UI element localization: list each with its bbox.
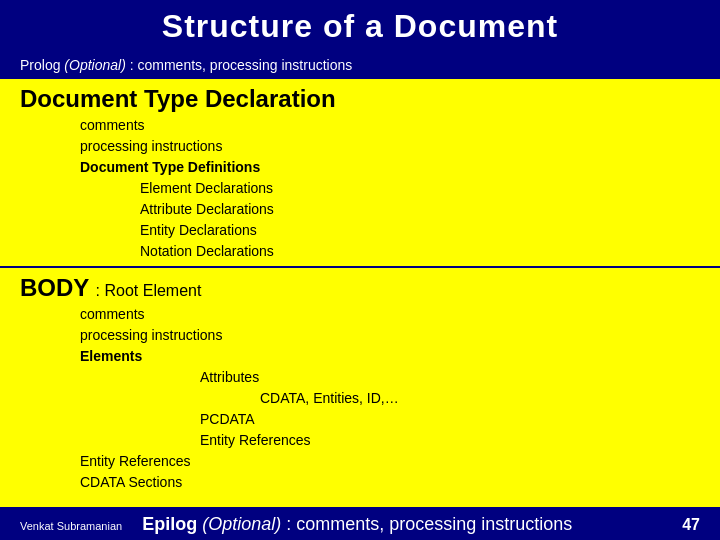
prolog-suffix: : comments, processing instructions bbox=[130, 57, 353, 73]
prolog-label: Prolog bbox=[20, 57, 60, 73]
dtd-processing: processing instructions bbox=[80, 136, 700, 157]
body-entity-refs-inner: Entity References bbox=[200, 430, 700, 451]
epilog-label: Epilog bbox=[142, 514, 197, 534]
body-label: BODY bbox=[20, 274, 89, 301]
doctype-label: Document Type Declaration bbox=[20, 85, 336, 112]
attribute-declarations: Attribute Declarations bbox=[140, 199, 700, 220]
body-pcdata: PCDATA bbox=[200, 409, 700, 430]
body-processing: processing instructions bbox=[80, 325, 700, 346]
slide: Structure of a Document Prolog (Optional… bbox=[0, 0, 720, 540]
dtd-comments: comments bbox=[80, 115, 700, 136]
body-cdata-entities: CDATA, Entities, ID,… bbox=[260, 388, 700, 409]
body-entity-refs: Entity References bbox=[80, 451, 700, 472]
slide-title: Structure of a Document bbox=[0, 0, 720, 53]
epilog-suffix: : comments, processing instructions bbox=[286, 514, 572, 534]
prolog-row: Prolog (Optional) : comments, processing… bbox=[0, 53, 720, 79]
epilog-left: Venkat Subramanian Epilog (Optional) : c… bbox=[20, 514, 572, 535]
slide-content: Prolog (Optional) : comments, processing… bbox=[0, 53, 720, 540]
doctype-section: Document Type Declaration comments proce… bbox=[0, 79, 720, 268]
body-elements: Elements bbox=[80, 346, 700, 367]
entity-declarations: Entity Declarations bbox=[140, 220, 700, 241]
body-comments: comments bbox=[80, 304, 700, 325]
body-suffix: : Root Element bbox=[96, 282, 202, 299]
body-title: BODY : Root Element bbox=[20, 274, 700, 302]
footer-author: Venkat Subramanian bbox=[20, 520, 122, 532]
element-declarations: Element Declarations bbox=[140, 178, 700, 199]
dtd-definitions: Document Type Definitions bbox=[80, 157, 700, 178]
body-cdata-sections: CDATA Sections bbox=[80, 472, 700, 493]
epilog-row: Venkat Subramanian Epilog (Optional) : c… bbox=[0, 509, 720, 540]
notation-declarations: Notation Declarations bbox=[140, 241, 700, 262]
title-text: Structure of a Document bbox=[162, 8, 558, 44]
body-attributes: Attributes bbox=[200, 367, 700, 388]
page-number: 47 bbox=[682, 516, 700, 534]
doctype-title: Document Type Declaration bbox=[20, 85, 700, 113]
epilog-optional: (Optional) bbox=[202, 514, 281, 534]
body-section: BODY : Root Element comments processing … bbox=[0, 268, 720, 509]
prolog-optional: (Optional) bbox=[64, 57, 125, 73]
